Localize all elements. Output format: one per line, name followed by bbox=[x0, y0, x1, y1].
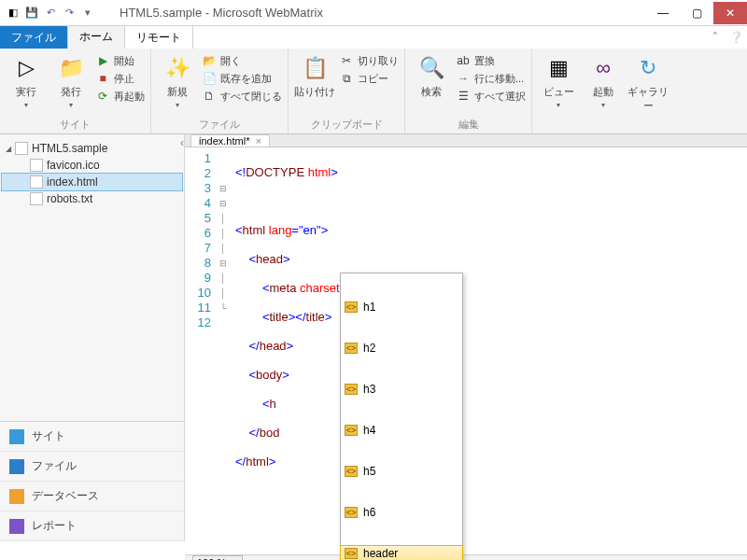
view-icon: ▦ bbox=[543, 53, 573, 83]
replace-button[interactable]: ab置換 bbox=[456, 53, 526, 68]
goto-icon: → bbox=[456, 71, 471, 86]
group-clipboard: 📋貼り付け ✂切り取り ⧉コピー クリップボード bbox=[289, 49, 405, 133]
start-button[interactable]: ▶開始 bbox=[95, 53, 145, 68]
tag-icon: <> bbox=[345, 425, 358, 436]
copy-button[interactable]: ⧉コピー bbox=[339, 71, 399, 86]
restart-icon: ⟳ bbox=[95, 89, 110, 104]
close-all-button[interactable]: 🗋すべて閉じる bbox=[202, 89, 282, 104]
replace-icon: ab bbox=[456, 53, 471, 68]
autocomplete-popup: <>h1 <>h2 <>h3 <>h4 <>h5 <>h6 <>header <… bbox=[340, 273, 463, 560]
file-tree: ‹ ◢HTML5.sample favicon.ico index.html r… bbox=[0, 134, 184, 421]
ac-item[interactable]: <>h4 bbox=[341, 423, 462, 438]
ac-item[interactable]: <>h6 bbox=[341, 505, 462, 520]
restart-button[interactable]: ⟳再起動 bbox=[95, 89, 145, 104]
tag-icon: <> bbox=[345, 343, 358, 354]
tree-item[interactable]: favicon.ico bbox=[2, 157, 182, 174]
sidebar: ‹ ◢HTML5.sample favicon.ico index.html r… bbox=[0, 134, 185, 541]
open-button[interactable]: 📂開く bbox=[202, 53, 282, 68]
cut-button[interactable]: ✂切り取り bbox=[339, 53, 399, 68]
ribbon-tabs: ファイル ホーム リモート ˄ ❔ bbox=[0, 26, 747, 49]
editor-tabs: index.html*× bbox=[185, 134, 747, 147]
group-file: ✨新規▾ 📂開く 📄既存を追加 🗋すべて閉じる ファイル bbox=[151, 49, 289, 133]
maximize-button[interactable]: ▢ bbox=[680, 2, 713, 24]
tag-icon: <> bbox=[345, 507, 358, 518]
ac-item[interactable]: <>h5 bbox=[341, 464, 462, 479]
tab-file[interactable]: ファイル bbox=[0, 26, 68, 49]
launch-button[interactable]: ∞起動▾ bbox=[583, 51, 624, 109]
publish-button[interactable]: 📁発行▾ bbox=[50, 51, 92, 109]
tree-item-selected[interactable]: index.html bbox=[2, 174, 182, 190]
editor-tab[interactable]: index.html*× bbox=[190, 134, 270, 147]
redo-icon[interactable]: ↷ bbox=[62, 6, 77, 21]
title-bar: ◧ 💾 ↶ ↷ ▾ HTML5.sample - Microsoft WebMa… bbox=[0, 0, 747, 26]
editor: index.html*× 123456789101112 ⊟⊟│││⊟││└ <… bbox=[185, 134, 747, 541]
nav-file[interactable]: ファイル bbox=[0, 452, 184, 482]
gallery-icon: ↻ bbox=[633, 53, 663, 83]
paste-button[interactable]: 📋貼り付け bbox=[294, 51, 335, 99]
code-text[interactable]: <!DOCTYPE html> <html lang="en"> <head> … bbox=[230, 147, 747, 554]
tab-remote[interactable]: リモート bbox=[125, 26, 193, 49]
tab-home[interactable]: ホーム bbox=[68, 26, 125, 49]
group-edit: 🔍検索 ab置換 →行に移動... ☰すべて選択 編集 bbox=[405, 49, 532, 133]
tag-icon: <> bbox=[345, 301, 358, 313]
find-button[interactable]: 🔍検索 bbox=[411, 51, 452, 99]
code-area[interactable]: 123456789101112 ⊟⊟│││⊟││└ <!DOCTYPE html… bbox=[185, 147, 747, 554]
file-icon bbox=[30, 159, 43, 172]
window-title: HTML5.sample - Microsoft WebMatrix bbox=[101, 6, 646, 20]
stop-icon: ■ bbox=[95, 71, 110, 86]
ribbon-collapse-icon[interactable]: ˄ bbox=[706, 26, 725, 49]
minimize-button[interactable]: — bbox=[646, 2, 680, 24]
tree-item[interactable]: robots.txt bbox=[2, 190, 182, 207]
ac-item[interactable]: <>h1 bbox=[341, 300, 462, 315]
tag-icon: <> bbox=[345, 466, 358, 477]
files-icon bbox=[9, 459, 24, 474]
close-all-icon: 🗋 bbox=[202, 89, 217, 104]
undo-icon[interactable]: ↶ bbox=[43, 6, 58, 21]
group-ext: ▦ビュー▾ ∞起動▾ ↻ギャラリー bbox=[532, 49, 674, 133]
tag-icon: <> bbox=[345, 384, 358, 395]
new-button[interactable]: ✨新規▾ bbox=[157, 51, 198, 109]
quick-access-toolbar: ◧ 💾 ↶ ↷ ▾ bbox=[0, 6, 101, 21]
workspace: ‹ ◢HTML5.sample favicon.ico index.html r… bbox=[0, 134, 747, 541]
group-site: ▷実行▾ 📁発行▾ ▶開始 ■停止 ⟳再起動 サイト bbox=[0, 49, 151, 133]
run-button[interactable]: ▷実行▾ bbox=[6, 51, 47, 109]
gallery-button[interactable]: ↻ギャラリー bbox=[627, 51, 669, 113]
start-icon: ▶ bbox=[95, 53, 110, 68]
nav-site[interactable]: サイト bbox=[0, 422, 184, 452]
zoom-select[interactable]: 100 % bbox=[192, 555, 243, 560]
play-icon: ▷ bbox=[11, 53, 41, 83]
vs-icon: ∞ bbox=[588, 53, 618, 83]
close-button[interactable]: ✕ bbox=[713, 2, 747, 24]
sidebar-collapse-icon[interactable]: ‹ bbox=[180, 136, 184, 149]
folder-icon bbox=[15, 142, 28, 155]
nav-report[interactable]: レポート bbox=[0, 511, 184, 541]
qat-dropdown-icon[interactable]: ▾ bbox=[80, 6, 95, 21]
fold-gutter[interactable]: ⊟⊟│││⊟││└ bbox=[217, 147, 230, 554]
nav-database[interactable]: データベース bbox=[0, 482, 184, 511]
ac-item[interactable]: <>h3 bbox=[341, 382, 462, 397]
ac-item[interactable]: <>h2 bbox=[341, 341, 462, 356]
ribbon: ▷実行▾ 📁発行▾ ▶開始 ■停止 ⟳再起動 サイト ✨新規▾ 📂開く 📄既存を… bbox=[0, 49, 747, 134]
ac-item-selected[interactable]: <>header bbox=[341, 546, 462, 560]
folder-up-icon: 📁 bbox=[56, 53, 86, 83]
select-all-button[interactable]: ☰すべて選択 bbox=[456, 89, 526, 104]
view-button[interactable]: ▦ビュー▾ bbox=[538, 51, 579, 109]
save-icon[interactable]: 💾 bbox=[24, 6, 39, 21]
tag-icon: <> bbox=[345, 548, 358, 559]
file-icon bbox=[30, 192, 43, 205]
tree-root[interactable]: ◢HTML5.sample bbox=[2, 140, 182, 157]
add-existing-button[interactable]: 📄既存を追加 bbox=[202, 71, 282, 86]
database-icon bbox=[9, 489, 24, 504]
stop-button[interactable]: ■停止 bbox=[95, 71, 145, 86]
goto-button[interactable]: →行に移動... bbox=[456, 71, 526, 86]
search-icon: 🔍 bbox=[416, 53, 446, 83]
line-gutter: 123456789101112 bbox=[185, 147, 217, 554]
select-all-icon: ☰ bbox=[456, 89, 471, 104]
file-icon bbox=[30, 175, 43, 189]
tab-close-icon[interactable]: × bbox=[255, 135, 261, 147]
zoom-bar: 100 % bbox=[185, 554, 747, 560]
app-icon: ◧ bbox=[6, 6, 21, 21]
nav-panes: サイト ファイル データベース レポート bbox=[0, 421, 184, 541]
help-icon[interactable]: ❔ bbox=[725, 26, 747, 49]
paste-icon: 📋 bbox=[300, 53, 330, 83]
